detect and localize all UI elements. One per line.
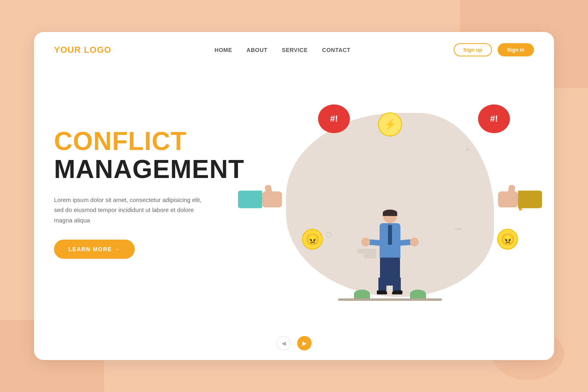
navbar: YOUR LOGO HOME ABOUT SERVICE CONTACT Sig…	[34, 32, 554, 64]
bubble-left-text: #!	[330, 114, 338, 124]
fist-right	[498, 191, 518, 207]
hand-right	[498, 190, 542, 208]
person-figure	[372, 210, 408, 298]
next-icon: ▶	[302, 340, 307, 346]
person-leg-left	[378, 278, 386, 292]
finger-left	[264, 184, 272, 194]
main-content: CONFLICT MANAGEMENT Lorem ipsum dolor si…	[34, 64, 554, 330]
deco-circle	[326, 232, 332, 238]
bubble-right-text: #!	[490, 114, 498, 124]
person-hand-right	[410, 238, 419, 246]
emoji-left-icon: 😠	[306, 233, 320, 246]
person-hair	[383, 210, 397, 216]
sleeve-left	[238, 190, 262, 208]
person-hand-left	[361, 238, 370, 246]
ground	[338, 298, 442, 301]
lightning-icon: ⚡	[384, 119, 396, 130]
hand-left	[238, 190, 282, 208]
nav-links: HOME ABOUT SERVICE CONTACT	[214, 47, 350, 53]
illustration-panel: + #! #! ⚡	[246, 72, 534, 330]
speech-bubble-right: #!	[478, 104, 510, 133]
logo: YOUR LOGO	[54, 45, 111, 55]
person-shoe-left	[377, 290, 387, 294]
sleeve-right	[518, 190, 542, 208]
next-button[interactable]: ▶	[297, 336, 312, 350]
nav-contact[interactable]: CONTACT	[322, 47, 350, 53]
main-card: YOUR LOGO HOME ABOUT SERVICE CONTACT Sig…	[34, 32, 554, 360]
learn-more-button[interactable]: LEARN MORE →	[54, 240, 135, 259]
title-management: MANAGEMENT	[54, 155, 246, 183]
nav-about[interactable]: ABOUT	[246, 47, 267, 53]
hero-description: Lorem ipsum dolor sit amet, consectetur …	[54, 195, 206, 226]
person-leg-right	[393, 278, 401, 292]
emoji-right-icon: 😠	[501, 233, 515, 246]
nav-buttons: Sign up Sign in	[454, 43, 534, 56]
fist-left	[262, 191, 282, 207]
bottom-nav: ◀ ▶	[34, 330, 554, 360]
left-panel: CONFLICT MANAGEMENT Lorem ipsum dolor si…	[54, 72, 246, 330]
emoji-left: 😠	[302, 229, 323, 250]
prev-icon: ◀	[282, 340, 286, 346]
nav-home[interactable]: HOME	[214, 47, 232, 53]
deco-plus: +	[465, 144, 470, 155]
emoji-right: 😠	[497, 229, 518, 250]
speech-bubble-left: #!	[318, 104, 350, 133]
title-conflict: CONFLICT	[54, 127, 246, 155]
nav-service[interactable]: SERVICE	[282, 47, 308, 53]
grass-right	[410, 290, 426, 298]
person-shoe-right	[392, 290, 402, 294]
deco-minus	[455, 228, 462, 230]
signup-button[interactable]: Sign up	[454, 43, 492, 56]
grass-left	[354, 290, 370, 298]
hero-title-conflict: CONFLICT MANAGEMENT	[54, 127, 246, 184]
finger-right	[508, 184, 516, 194]
prev-button[interactable]: ◀	[276, 336, 291, 350]
signin-button[interactable]: Sign in	[498, 43, 534, 56]
lightning-bubble: ⚡	[378, 112, 402, 136]
person-tie	[388, 225, 392, 245]
